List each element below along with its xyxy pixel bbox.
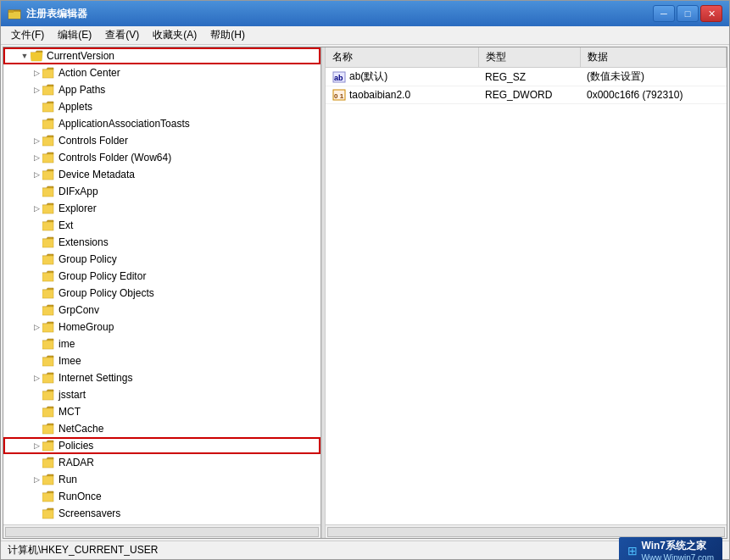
expand-arrow-netcache[interactable]: ▷ bbox=[31, 423, 42, 435]
svg-rect-13 bbox=[42, 239, 53, 247]
svg-rect-3 bbox=[42, 69, 53, 78]
tree-item-label-group-policy-editor: Group Policy Editor bbox=[59, 270, 146, 282]
tree-item-jsstart[interactable]: ▷ jsstart bbox=[3, 386, 320, 403]
tree-item-app-paths[interactable]: ▷ App Paths bbox=[3, 81, 320, 98]
tree-item-controls-folder-wow64[interactable]: ▷ Controls Folder (Wow64) bbox=[3, 149, 320, 166]
expand-arrow-group-policy-editor[interactable]: ▷ bbox=[31, 270, 42, 282]
expand-arrow-applets[interactable]: ▷ bbox=[31, 101, 42, 113]
title-icon bbox=[8, 7, 21, 20]
tree-item-label-action-center: Action Center bbox=[59, 67, 120, 79]
svg-rect-21 bbox=[42, 374, 53, 383]
expand-arrow-internet-settings[interactable]: ▷ bbox=[31, 372, 42, 384]
expand-arrow-run[interactable]: ▷ bbox=[31, 474, 42, 485]
tree-item-applets[interactable]: ▷ Applets bbox=[3, 98, 320, 115]
menu-help[interactable]: 帮助(H) bbox=[203, 26, 252, 44]
expand-arrow-jsstart[interactable]: ▷ bbox=[31, 389, 42, 401]
expand-arrow-mct[interactable]: ▷ bbox=[31, 406, 42, 418]
expand-arrow-ime[interactable]: ▷ bbox=[31, 338, 42, 350]
expand-arrow-action-center[interactable]: ▷ bbox=[31, 67, 42, 79]
svg-rect-28 bbox=[42, 493, 53, 502]
tree-item-label-controls-wow64: Controls Folder (Wow64) bbox=[59, 152, 171, 164]
tree-item-difxapp[interactable]: ▷ DIFxApp bbox=[3, 183, 320, 200]
expand-arrow-radar[interactable]: ▷ bbox=[31, 457, 42, 469]
tree-item-label-grpconv: GrpConv bbox=[59, 304, 99, 316]
title-bar: 注册表编辑器 ─ □ ✕ bbox=[1, 1, 729, 26]
expand-arrow-appasso[interactable]: ▷ bbox=[31, 118, 42, 130]
tree-item-internet-settings[interactable]: ▷ Internet Settings bbox=[3, 369, 320, 386]
close-button[interactable]: ✕ bbox=[700, 5, 722, 22]
svg-rect-29 bbox=[42, 510, 53, 518]
tree-item-imee[interactable]: ▷ Imee bbox=[3, 352, 320, 369]
tree-item-run[interactable]: ▷ Run bbox=[3, 471, 320, 488]
tree-item-action-center[interactable]: ▷ Action Center bbox=[3, 64, 320, 81]
svg-rect-6 bbox=[42, 120, 53, 129]
reg-data-default: (数值未设置) bbox=[580, 68, 727, 86]
expand-arrow-explorer[interactable]: ▷ bbox=[31, 202, 42, 214]
tree-item-screensavers[interactable]: ▷ Screensavers bbox=[3, 505, 320, 522]
folder-icon-jsstart bbox=[42, 389, 56, 401]
expand-arrow-difxapp[interactable]: ▷ bbox=[31, 186, 42, 197]
expand-arrow-ext[interactable]: ▷ bbox=[31, 219, 42, 231]
tree-item-netcache[interactable]: ▷ NetCache bbox=[3, 420, 320, 437]
table-row[interactable]: 0 1 taobaibian2.0 REG_DWORD 0x000c16f6 (… bbox=[326, 86, 727, 104]
expand-arrow-controls-wow64[interactable]: ▷ bbox=[31, 152, 42, 164]
expand-arrow-controls-folder[interactable]: ▷ bbox=[31, 135, 42, 147]
tree-scroll[interactable]: ▼ CurrentVersion ▷ Action Center bbox=[3, 47, 320, 524]
folder-icon-action-center bbox=[42, 67, 56, 79]
tree-item-group-policy[interactable]: ▷ Group Policy bbox=[3, 251, 320, 268]
tree-item-mct[interactable]: ▷ MCT bbox=[3, 403, 320, 420]
tree-item-policies[interactable]: ▷ Policies bbox=[3, 437, 320, 454]
col-header-data[interactable]: 数据 bbox=[580, 47, 727, 68]
minimize-button[interactable]: ─ bbox=[653, 5, 675, 22]
tree-item-runonce[interactable]: ▷ RunOnce bbox=[3, 488, 320, 505]
expand-arrow-runonce[interactable]: ▷ bbox=[31, 491, 42, 502]
expand-arrow-app-paths[interactable]: ▷ bbox=[31, 84, 42, 96]
tree-item-label-screensavers: Screensavers bbox=[59, 507, 120, 519]
tree-item-grpconv[interactable]: ▷ GrpConv bbox=[3, 302, 320, 319]
tree-item-device-metadata[interactable]: ▷ Device Metadata bbox=[3, 166, 320, 183]
tree-hscroll[interactable] bbox=[3, 524, 320, 538]
folder-icon-ime bbox=[42, 338, 56, 350]
menu-view[interactable]: 查看(V) bbox=[98, 26, 146, 44]
tree-item-currentversion[interactable]: ▼ CurrentVersion bbox=[3, 47, 320, 64]
table-row[interactable]: ab ab(默认) REG_SZ (数值未设置) bbox=[326, 68, 727, 86]
expand-arrow-device-metadata[interactable]: ▷ bbox=[31, 169, 42, 180]
expand-arrow-policies[interactable]: ▷ bbox=[31, 440, 42, 452]
folder-icon-applets bbox=[42, 101, 56, 113]
expand-arrow-homegroup[interactable]: ▷ bbox=[31, 321, 42, 333]
folder-icon-imee bbox=[42, 355, 56, 367]
expand-arrow-currentversion[interactable]: ▼ bbox=[19, 50, 31, 62]
tree-item-ext[interactable]: ▷ Ext bbox=[3, 217, 320, 234]
tree-item-label-homegroup: HomeGroup bbox=[59, 321, 114, 333]
tree-item-appasso[interactable]: ▷ ApplicationAssociationToasts bbox=[3, 115, 320, 132]
watermark: ⊞ Win7系统之家 Www.Winwin7.com bbox=[619, 537, 722, 561]
tree-item-group-policy-objects[interactable]: ▷ Group Policy Objects bbox=[3, 285, 320, 302]
menu-favorites[interactable]: 收藏夹(A) bbox=[146, 26, 203, 44]
expand-arrow-group-policy[interactable]: ▷ bbox=[31, 253, 42, 265]
svg-rect-5 bbox=[42, 103, 53, 112]
right-scroll[interactable]: 名称 类型 数据 ab bbox=[326, 47, 727, 524]
tree-item-ime[interactable]: ▷ ime bbox=[3, 335, 320, 352]
window-title: 注册表编辑器 bbox=[26, 7, 653, 21]
tree-item-label-radar: RADAR bbox=[59, 457, 94, 469]
expand-arrow-imee[interactable]: ▷ bbox=[31, 355, 42, 367]
tree-item-extensions[interactable]: ▷ Extensions bbox=[3, 234, 320, 251]
tree-item-label-gpo: Group Policy Objects bbox=[59, 287, 154, 299]
tree-item-radar[interactable]: ▷ RADAR bbox=[3, 454, 320, 471]
menu-edit[interactable]: 编辑(E) bbox=[51, 26, 98, 44]
tree-item-label-device-metadata: Device Metadata bbox=[59, 169, 135, 180]
tree-item-homegroup[interactable]: ▷ HomeGroup bbox=[3, 319, 320, 335]
col-header-name[interactable]: 名称 bbox=[326, 47, 478, 68]
tree-item-explorer[interactable]: ▷ Explorer bbox=[3, 200, 320, 217]
expand-arrow-extensions[interactable]: ▷ bbox=[31, 236, 42, 248]
expand-arrow-gpo[interactable]: ▷ bbox=[31, 287, 42, 299]
tree-item-group-policy-editor[interactable]: ▷ Group Policy Editor bbox=[3, 268, 320, 285]
col-header-type[interactable]: 类型 bbox=[478, 47, 580, 68]
win-logo-icon: ⊞ bbox=[627, 544, 638, 557]
expand-arrow-screensavers[interactable]: ▷ bbox=[31, 507, 42, 519]
menu-file[interactable]: 文件(F) bbox=[4, 26, 51, 44]
tree-item-controls-folder[interactable]: ▷ Controls Folder bbox=[3, 132, 320, 149]
maximize-button[interactable]: □ bbox=[677, 5, 699, 22]
folder-icon-group-policy bbox=[42, 253, 56, 265]
expand-arrow-grpconv[interactable]: ▷ bbox=[31, 304, 42, 316]
